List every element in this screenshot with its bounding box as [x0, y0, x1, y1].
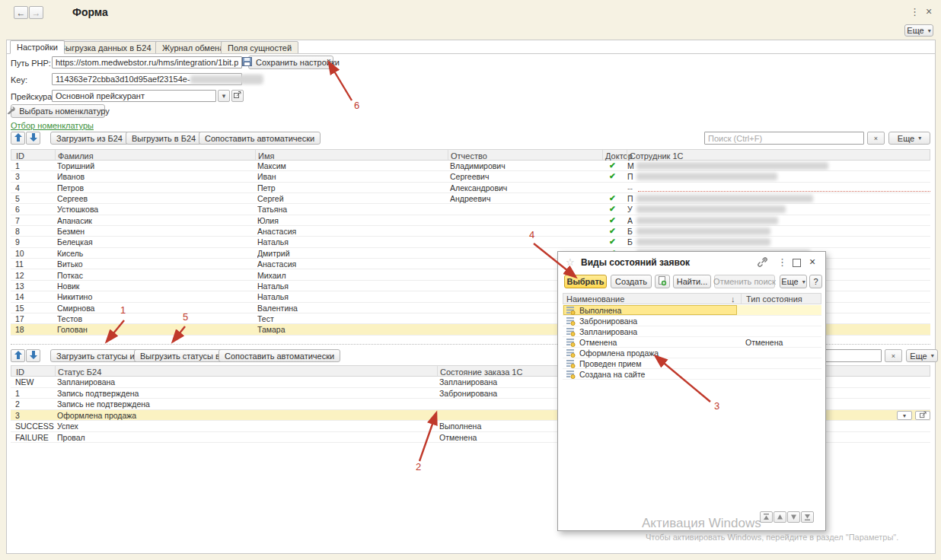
create-button[interactable]: Создать	[611, 275, 652, 288]
chevron-down-icon: ▾	[918, 135, 921, 142]
state-name: Создана на сайте	[579, 370, 645, 379]
state-name: Отменена	[579, 338, 617, 347]
select-nomenclature-button[interactable]: Выбрать номенклатуру	[11, 104, 105, 118]
back-button[interactable]: ←	[14, 6, 28, 19]
find-button[interactable]: Найти...	[673, 275, 711, 288]
move-down-button[interactable]	[26, 349, 40, 362]
dialog-title: Виды состояний заявок	[581, 257, 690, 268]
table-row[interactable]: 5СергеевСергейАндреевич✔П	[11, 193, 930, 204]
states-list-header[interactable]: Наименование ↓ Тип состояния	[563, 293, 821, 304]
sort-icon: ↓	[731, 294, 735, 304]
match-doctors-button[interactable]: Сопоставить автоматически	[199, 132, 321, 145]
tab-upload-data[interactable]: Выгрузка данных в Б24	[53, 41, 158, 54]
state-dropdown-button[interactable]: ▾	[897, 411, 912, 420]
favorite-star-icon[interactable]: ☆	[566, 256, 575, 268]
dialog-close-icon[interactable]: ×	[809, 256, 815, 268]
unload-doctors-button[interactable]: Выгрузить в Б24	[126, 132, 202, 145]
help-button[interactable]: ?	[809, 275, 822, 288]
copy-link-icon[interactable]	[758, 257, 767, 269]
state-type: Отменена	[745, 338, 783, 347]
table-row[interactable]: 4ПетровПетрАлександрович--	[11, 183, 930, 193]
dialog-menu-icon[interactable]: ⋮	[777, 256, 787, 268]
pricelist-input[interactable]	[52, 90, 216, 102]
go-first-button[interactable]	[760, 511, 773, 523]
nomenclature-filter-link[interactable]: Отбор номенклатуры	[11, 121, 94, 130]
save-settings-button[interactable]: Сохранить настройки	[248, 56, 333, 69]
list-item[interactable]: Забронирована	[563, 316, 821, 326]
doctor-check-icon: ✔	[609, 161, 616, 170]
table-row[interactable]: 6УстюшковаТатьяна✔У	[11, 204, 930, 215]
move-up-button[interactable]	[11, 132, 25, 145]
arrow-down-icon	[30, 133, 37, 143]
match-statuses-button[interactable]: Сопоставить автоматически	[219, 349, 340, 362]
create-copy-button[interactable]	[655, 275, 670, 288]
php-path-label: Путь PHP:	[11, 59, 51, 68]
doctors-more-button[interactable]: Еще▾	[888, 132, 930, 145]
chevron-down-icon: ▾	[222, 92, 226, 100]
list-item[interactable]: Проведен прием	[563, 358, 821, 369]
doctor-check-icon: ✔	[609, 193, 616, 202]
state-name: Оформлена продажа	[579, 348, 659, 358]
tab-settings[interactable]: Настройки	[10, 40, 65, 54]
load-doctors-button[interactable]: Загрузить из Б24	[50, 132, 129, 145]
doctor-check-icon: ✔	[609, 226, 616, 235]
key-redacted-blur	[242, 75, 263, 84]
floppy-icon	[242, 57, 252, 68]
chevron-down-icon: ▾	[928, 27, 931, 34]
move-up-button[interactable]	[11, 349, 25, 362]
go-down-button[interactable]	[787, 511, 800, 523]
list-item[interactable]: Оформлена продажа	[563, 348, 821, 358]
back-icon: ←	[17, 8, 26, 18]
state-open-button[interactable]	[915, 411, 930, 420]
table-row[interactable]: 8БезменАнастасия✔Б	[11, 226, 930, 237]
employee-redacted-blur	[636, 205, 786, 213]
list-item[interactable]: Выполнена	[563, 305, 821, 316]
move-down-button[interactable]	[26, 132, 40, 145]
catalog-item-icon	[566, 306, 576, 315]
form-more-button[interactable]: Еще▾	[904, 24, 933, 37]
chevron-down-icon: ▾	[903, 412, 906, 419]
tab-exchange-log[interactable]: Журнал обмена	[155, 41, 231, 54]
table-row[interactable]: 1ТоришнийМаксимВладимирович✔М	[11, 161, 930, 171]
table-row[interactable]: 9БелецкаяНаталья✔Б	[11, 237, 930, 247]
maximize-icon[interactable]	[793, 259, 801, 267]
employee-redacted-blur	[636, 238, 770, 246]
tabs-divider	[6, 53, 936, 54]
list-item[interactable]: Создана на сайте	[563, 369, 821, 380]
employee-redacted-blur	[636, 173, 777, 180]
open-link-icon	[234, 91, 241, 100]
doctors-search-input[interactable]	[704, 132, 864, 145]
window-menu-icon[interactable]: ⋮	[910, 6, 920, 18]
key-label: Key:	[11, 75, 27, 84]
catalog-item-icon	[566, 317, 576, 326]
go-last-button[interactable]	[801, 511, 814, 523]
arrow-up-icon	[14, 351, 22, 361]
dialog-more-button[interactable]: Еще▾	[780, 275, 807, 288]
doctors-search-clear-button[interactable]: ×	[867, 132, 885, 145]
select-button[interactable]: Выбрать	[564, 275, 607, 288]
table-row[interactable]: 7АпанасикЮлия✔А	[11, 215, 930, 226]
cancel-search-button[interactable]: Отменить поиск	[714, 275, 775, 288]
doctor-check-icon: ✔	[609, 204, 616, 213]
pricelist-open-button[interactable]	[231, 90, 244, 102]
statuses-search-clear-button[interactable]: ×	[885, 349, 902, 362]
page-title: Форма	[72, 6, 108, 18]
employee-redacted-blur	[636, 195, 813, 202]
list-item[interactable]: Запланирована	[563, 326, 821, 337]
catalog-item-icon	[566, 359, 576, 368]
tab-entity-fields[interactable]: Поля сущностей	[221, 41, 298, 54]
doctors-table-header[interactable]: ID Фамилия Имя Отчество Доктор Сотрудник…	[11, 149, 930, 161]
php-path-input[interactable]	[52, 56, 242, 68]
forward-button[interactable]: →	[29, 6, 43, 19]
open-link-icon	[920, 412, 927, 418]
pricelist-dropdown-button[interactable]: ▾	[218, 90, 230, 102]
wrench-icon	[6, 106, 15, 116]
table-row[interactable]: 3ИвановИванСергеевич✔П	[11, 171, 930, 182]
window-close-icon[interactable]: ×	[926, 5, 932, 18]
statuses-more-button[interactable]: Еще▾	[906, 349, 938, 362]
catalog-item-icon	[566, 370, 576, 379]
list-item[interactable]: ОтмененаОтменена	[563, 337, 821, 348]
arrow-down-icon	[30, 351, 37, 361]
arrow-up-icon	[14, 133, 22, 143]
go-up-button[interactable]	[774, 511, 786, 523]
